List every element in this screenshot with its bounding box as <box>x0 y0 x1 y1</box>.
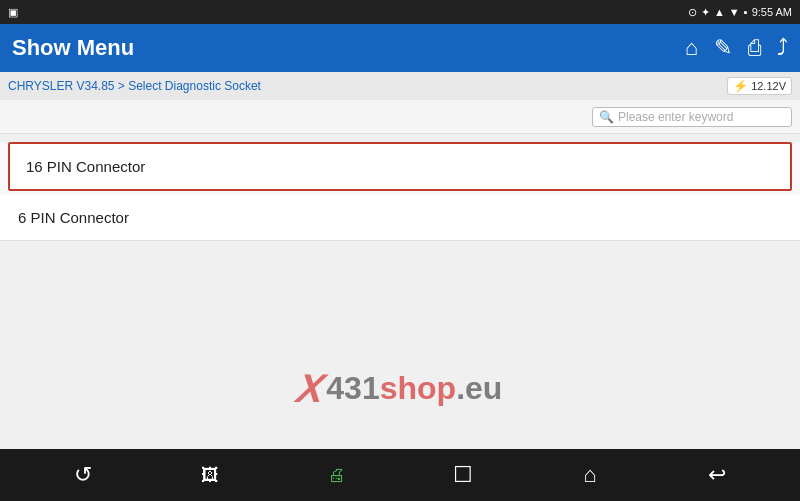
page-title: Show Menu <box>12 35 134 61</box>
edit-button[interactable]: ✎ <box>714 35 732 61</box>
location-icon: ⊙ <box>688 6 697 19</box>
list-item-label: 6 PIN Connector <box>18 209 129 226</box>
status-left: ▣ <box>8 6 18 19</box>
app-icon: ▣ <box>8 6 18 19</box>
watermark: X 431 shop .eu <box>298 366 503 411</box>
header-icons: ⌂ ✎ ⎙ ⤴ <box>685 35 788 61</box>
time-display: 9:55 AM <box>752 6 792 18</box>
gallery-button[interactable]: 🖼 <box>190 465 230 486</box>
home-bottom-button[interactable]: ⌂ <box>570 462 610 488</box>
search-bar: 🔍 Please enter keyword <box>0 100 800 134</box>
home-button[interactable]: ⌂ <box>685 35 698 61</box>
voltage-value: 12.12V <box>751 80 786 92</box>
back-button[interactable]: ↩ <box>697 462 737 488</box>
breadcrumb[interactable]: CHRYSLER V34.85 > Select Diagnostic Sock… <box>8 79 261 93</box>
header: Show Menu ⌂ ✎ ⎙ ⤴ <box>0 24 800 72</box>
list-item[interactable]: 6 PIN Connector <box>0 195 800 241</box>
watermark-domain: .eu <box>456 370 502 407</box>
wifi-icon: ▼ <box>729 6 740 18</box>
search-placeholder: Please enter keyword <box>618 110 733 124</box>
watermark-x: X <box>294 366 329 411</box>
battery-icon: ▪ <box>744 6 748 18</box>
voltage-badge: ⚡ 12.12V <box>727 77 792 95</box>
battery-status-icon: ⚡ <box>733 79 748 93</box>
refresh-button[interactable]: ↺ <box>63 462 103 488</box>
list-item[interactable]: 16 PIN Connector <box>8 142 792 191</box>
search-box[interactable]: 🔍 Please enter keyword <box>592 107 792 127</box>
search-icon: 🔍 <box>599 110 614 124</box>
watermark-shop: shop <box>380 370 456 407</box>
export-button[interactable]: ⤴ <box>777 35 788 61</box>
status-right: ⊙ ✦ ▲ ▼ ▪ 9:55 AM <box>688 6 792 19</box>
bluetooth-icon: ✦ <box>701 6 710 19</box>
status-bar: ▣ ⊙ ✦ ▲ ▼ ▪ 9:55 AM <box>0 0 800 24</box>
list-item-label: 16 PIN Connector <box>26 158 145 175</box>
signal-icon: ▲ <box>714 6 725 18</box>
bottom-navigation-bar: ↺ 🖼 🖨 ☐ ⌂ ↩ <box>0 449 800 501</box>
main-content: 16 PIN Connector 6 PIN Connector <box>0 142 800 241</box>
breadcrumb-bar: CHRYSLER V34.85 > Select Diagnostic Sock… <box>0 72 800 100</box>
print-bottom-button[interactable]: 🖨 <box>317 465 357 486</box>
watermark-brand: 431 <box>326 370 379 407</box>
recent-apps-button[interactable]: ☐ <box>443 462 483 488</box>
print-button[interactable]: ⎙ <box>748 35 761 61</box>
